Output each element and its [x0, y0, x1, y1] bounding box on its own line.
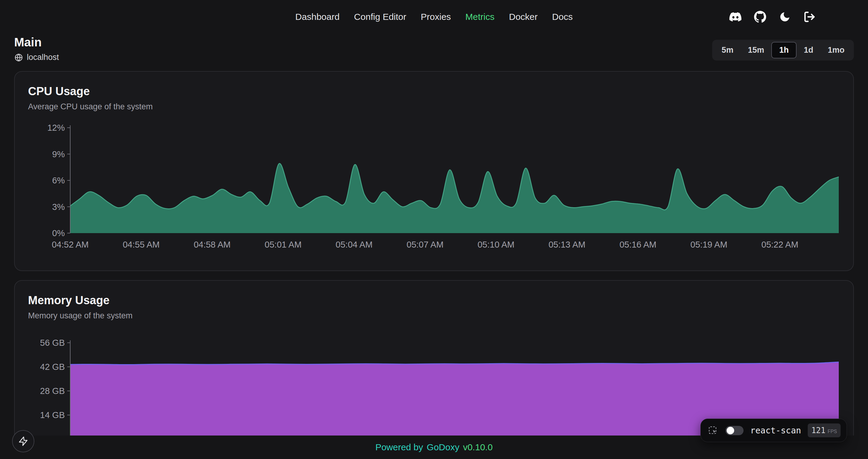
godoxy-link[interactable]: GoDoxy — [427, 442, 459, 452]
host-label: localhost — [27, 53, 59, 62]
svg-text:0%: 0% — [52, 228, 65, 238]
time-range-1h[interactable]: 1h — [771, 42, 797, 59]
version-link[interactable]: v0.10.0 — [463, 442, 493, 452]
svg-text:28 GB: 28 GB — [40, 386, 65, 396]
svg-text:56 GB: 56 GB — [40, 338, 65, 348]
svg-text:9%: 9% — [52, 150, 65, 159]
main-nav: DashboardConfig EditorProxiesMetricsDock… — [296, 12, 572, 22]
fps-unit: FPS — [828, 429, 837, 434]
svg-text:04:52 AM: 04:52 AM — [52, 240, 89, 250]
main-content: CPU Usage Average CPU usage of the syste… — [0, 71, 868, 459]
metrics-page: DashboardConfig EditorProxiesMetricsDock… — [0, 0, 868, 459]
nav-item-proxies[interactable]: Proxies — [421, 12, 451, 22]
cpu-card-subtitle: Average CPU usage of the system — [28, 102, 840, 111]
memory-card-title: Memory Usage — [28, 294, 840, 307]
svg-text:05:19 AM: 05:19 AM — [690, 240, 727, 250]
header: DashboardConfig EditorProxiesMetricsDock… — [0, 0, 868, 34]
github-icon[interactable] — [753, 10, 767, 24]
svg-text:6%: 6% — [52, 175, 65, 185]
memory-card-subtitle: Memory usage of the system — [28, 311, 840, 321]
fps-value: 121 — [811, 426, 826, 435]
svg-text:14 GB: 14 GB — [40, 410, 65, 420]
quick-actions-button[interactable] — [12, 430, 34, 452]
react-scan-label: react-scan — [750, 426, 801, 435]
inspect-icon[interactable] — [707, 424, 719, 436]
powered-by-label: Powered by — [375, 442, 423, 452]
subheader: Main localhost 5m15m1h1d1mo — [0, 36, 868, 62]
svg-text:04:58 AM: 04:58 AM — [194, 240, 231, 250]
discord-icon[interactable] — [729, 10, 742, 24]
host-block: Main localhost — [14, 36, 59, 62]
svg-text:05:16 AM: 05:16 AM — [619, 240, 656, 250]
header-icons — [729, 10, 816, 24]
svg-text:04:55 AM: 04:55 AM — [123, 240, 160, 250]
svg-text:05:07 AM: 05:07 AM — [407, 240, 444, 250]
page-title: Main — [14, 36, 59, 49]
time-range-1d[interactable]: 1d — [797, 42, 821, 59]
svg-text:05:22 AM: 05:22 AM — [761, 240, 798, 250]
theme-moon-icon[interactable] — [778, 10, 792, 24]
svg-text:05:01 AM: 05:01 AM — [265, 240, 302, 250]
svg-text:42 GB: 42 GB — [40, 362, 65, 372]
logout-icon[interactable] — [803, 10, 816, 24]
time-range-5m[interactable]: 5m — [714, 42, 741, 59]
nav-item-docker[interactable]: Docker — [509, 12, 538, 22]
time-range-1mo[interactable]: 1mo — [820, 42, 852, 59]
nav-item-metrics[interactable]: Metrics — [465, 12, 495, 22]
fps-badge: 121 FPS — [808, 423, 841, 437]
nav-item-config-editor[interactable]: Config Editor — [354, 12, 406, 22]
svg-text:3%: 3% — [52, 202, 65, 212]
globe-icon — [14, 53, 23, 62]
host-row: localhost — [14, 53, 59, 62]
cpu-card-title: CPU Usage — [28, 85, 840, 98]
time-range-selector: 5m15m1h1d1mo — [712, 40, 854, 61]
nav-item-dashboard[interactable]: Dashboard — [296, 12, 340, 22]
svg-text:05:13 AM: 05:13 AM — [549, 240, 586, 250]
svg-text:05:04 AM: 05:04 AM — [336, 240, 373, 250]
nav-item-docs[interactable]: Docs — [552, 12, 572, 22]
time-range-15m[interactable]: 15m — [741, 42, 771, 59]
svg-text:05:10 AM: 05:10 AM — [477, 240, 515, 250]
zap-icon — [18, 436, 28, 446]
cpu-usage-card: CPU Usage Average CPU usage of the syste… — [14, 71, 854, 271]
cpu-usage-chart: 0%3%6%9%12%04:52 AM04:55 AM04:58 AM05:01… — [28, 122, 841, 263]
react-scan-toggle[interactable] — [725, 426, 744, 435]
svg-text:12%: 12% — [47, 123, 65, 133]
react-scan-toolbar: react-scan 121 FPS — [701, 419, 847, 442]
toggle-knob — [727, 427, 734, 434]
